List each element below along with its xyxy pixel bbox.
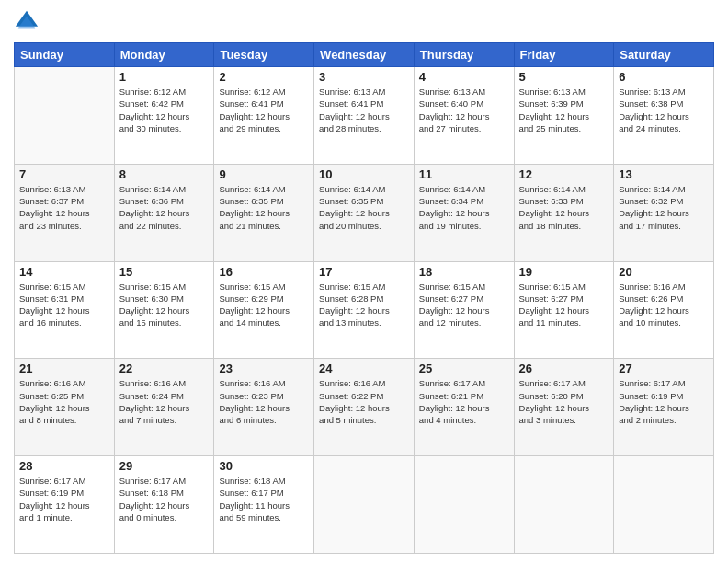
day-cell: 15Sunrise: 6:15 AM Sunset: 6:30 PM Dayli… xyxy=(114,261,214,359)
day-number: 7 xyxy=(19,167,109,181)
day-info: Sunrise: 6:17 AM Sunset: 6:18 PM Dayligh… xyxy=(119,475,210,523)
day-info: Sunrise: 6:16 AM Sunset: 6:25 PM Dayligh… xyxy=(19,377,109,426)
day-number: 11 xyxy=(419,167,509,181)
day-cell: 26Sunrise: 6:17 AM Sunset: 6:20 PM Dayli… xyxy=(514,359,614,456)
day-info: Sunrise: 6:17 AM Sunset: 6:21 PM Dayligh… xyxy=(419,377,509,426)
day-number: 29 xyxy=(119,459,210,473)
day-cell: 14Sunrise: 6:15 AM Sunset: 6:31 PM Dayli… xyxy=(15,261,115,359)
day-cell: 20Sunrise: 6:16 AM Sunset: 6:26 PM Dayli… xyxy=(614,261,714,359)
day-info: Sunrise: 6:16 AM Sunset: 6:24 PM Dayligh… xyxy=(119,377,210,426)
day-number: 22 xyxy=(119,362,210,375)
weekday-header-thursday: Thursday xyxy=(414,43,514,67)
day-info: Sunrise: 6:14 AM Sunset: 6:34 PM Dayligh… xyxy=(419,183,509,232)
weekday-header-saturday: Saturday xyxy=(614,43,714,67)
day-number: 18 xyxy=(419,265,509,279)
day-info: Sunrise: 6:15 AM Sunset: 6:27 PM Dayligh… xyxy=(419,281,509,329)
day-info: Sunrise: 6:12 AM Sunset: 6:42 PM Dayligh… xyxy=(119,86,210,134)
day-info: Sunrise: 6:14 AM Sunset: 6:32 PM Dayligh… xyxy=(619,183,709,232)
day-cell: 28Sunrise: 6:17 AM Sunset: 6:19 PM Dayli… xyxy=(15,456,115,554)
day-number: 15 xyxy=(119,265,210,279)
day-cell: 17Sunrise: 6:15 AM Sunset: 6:28 PM Dayli… xyxy=(314,261,415,359)
day-cell: 10Sunrise: 6:14 AM Sunset: 6:35 PM Dayli… xyxy=(314,164,415,261)
week-row-3: 14Sunrise: 6:15 AM Sunset: 6:31 PM Dayli… xyxy=(15,261,714,359)
week-row-2: 7Sunrise: 6:13 AM Sunset: 6:37 PM Daylig… xyxy=(15,164,714,261)
day-info: Sunrise: 6:13 AM Sunset: 6:41 PM Dayligh… xyxy=(319,86,409,134)
day-info: Sunrise: 6:17 AM Sunset: 6:19 PM Dayligh… xyxy=(619,377,709,426)
day-cell: 7Sunrise: 6:13 AM Sunset: 6:37 PM Daylig… xyxy=(15,164,115,261)
day-info: Sunrise: 6:15 AM Sunset: 6:28 PM Dayligh… xyxy=(319,281,409,329)
logo xyxy=(14,9,43,35)
day-number: 2 xyxy=(219,70,309,84)
day-cell: 18Sunrise: 6:15 AM Sunset: 6:27 PM Dayli… xyxy=(414,261,514,359)
day-cell xyxy=(414,456,514,554)
day-info: Sunrise: 6:15 AM Sunset: 6:27 PM Dayligh… xyxy=(519,281,609,329)
day-cell: 16Sunrise: 6:15 AM Sunset: 6:29 PM Dayli… xyxy=(214,261,314,359)
day-info: Sunrise: 6:16 AM Sunset: 6:23 PM Dayligh… xyxy=(219,377,309,426)
day-number: 14 xyxy=(19,265,109,279)
day-cell: 4Sunrise: 6:13 AM Sunset: 6:40 PM Daylig… xyxy=(414,67,514,165)
day-number: 25 xyxy=(419,362,509,375)
day-number: 12 xyxy=(519,167,609,181)
week-row-1: 1Sunrise: 6:12 AM Sunset: 6:42 PM Daylig… xyxy=(15,67,714,165)
day-number: 10 xyxy=(319,167,409,181)
day-cell: 23Sunrise: 6:16 AM Sunset: 6:23 PM Dayli… xyxy=(214,359,314,456)
header xyxy=(14,9,714,35)
day-number: 1 xyxy=(119,70,210,84)
day-cell: 3Sunrise: 6:13 AM Sunset: 6:41 PM Daylig… xyxy=(314,67,415,165)
day-cell: 5Sunrise: 6:13 AM Sunset: 6:39 PM Daylig… xyxy=(514,67,614,165)
day-number: 6 xyxy=(619,70,709,84)
day-info: Sunrise: 6:13 AM Sunset: 6:39 PM Dayligh… xyxy=(519,86,609,134)
day-number: 21 xyxy=(19,362,109,375)
day-info: Sunrise: 6:13 AM Sunset: 6:40 PM Dayligh… xyxy=(419,86,509,134)
day-info: Sunrise: 6:14 AM Sunset: 6:33 PM Dayligh… xyxy=(519,183,609,232)
calendar: SundayMondayTuesdayWednesdayThursdayFrid… xyxy=(14,42,714,554)
day-info: Sunrise: 6:14 AM Sunset: 6:35 PM Dayligh… xyxy=(319,183,409,232)
day-cell: 25Sunrise: 6:17 AM Sunset: 6:21 PM Dayli… xyxy=(414,359,514,456)
day-info: Sunrise: 6:15 AM Sunset: 6:31 PM Dayligh… xyxy=(19,281,109,329)
day-cell: 30Sunrise: 6:18 AM Sunset: 6:17 PM Dayli… xyxy=(214,456,314,554)
day-cell xyxy=(314,456,415,554)
weekday-header-row: SundayMondayTuesdayWednesdayThursdayFrid… xyxy=(15,43,714,67)
day-info: Sunrise: 6:13 AM Sunset: 6:37 PM Dayligh… xyxy=(19,183,109,232)
day-number: 19 xyxy=(519,265,609,279)
day-info: Sunrise: 6:15 AM Sunset: 6:29 PM Dayligh… xyxy=(219,281,309,329)
day-number: 23 xyxy=(219,362,309,375)
day-cell: 12Sunrise: 6:14 AM Sunset: 6:33 PM Dayli… xyxy=(514,164,614,261)
day-number: 3 xyxy=(319,70,409,84)
day-info: Sunrise: 6:16 AM Sunset: 6:26 PM Dayligh… xyxy=(619,281,709,329)
day-cell: 19Sunrise: 6:15 AM Sunset: 6:27 PM Dayli… xyxy=(514,261,614,359)
day-info: Sunrise: 6:14 AM Sunset: 6:35 PM Dayligh… xyxy=(219,183,309,232)
day-number: 4 xyxy=(419,70,509,84)
day-number: 20 xyxy=(619,265,709,279)
day-cell xyxy=(614,456,714,554)
weekday-header-monday: Monday xyxy=(114,43,214,67)
day-cell: 29Sunrise: 6:17 AM Sunset: 6:18 PM Dayli… xyxy=(114,456,214,554)
day-number: 8 xyxy=(119,167,210,181)
day-cell: 6Sunrise: 6:13 AM Sunset: 6:38 PM Daylig… xyxy=(614,67,714,165)
day-info: Sunrise: 6:18 AM Sunset: 6:17 PM Dayligh… xyxy=(219,475,309,523)
day-number: 27 xyxy=(619,362,709,375)
day-cell: 22Sunrise: 6:16 AM Sunset: 6:24 PM Dayli… xyxy=(114,359,214,456)
day-number: 9 xyxy=(219,167,309,181)
weekday-header-tuesday: Tuesday xyxy=(214,43,314,67)
day-cell: 11Sunrise: 6:14 AM Sunset: 6:34 PM Dayli… xyxy=(414,164,514,261)
day-number: 30 xyxy=(219,459,309,473)
day-cell xyxy=(514,456,614,554)
day-cell: 2Sunrise: 6:12 AM Sunset: 6:41 PM Daylig… xyxy=(214,67,314,165)
day-cell: 9Sunrise: 6:14 AM Sunset: 6:35 PM Daylig… xyxy=(214,164,314,261)
weekday-header-sunday: Sunday xyxy=(15,43,115,67)
day-cell: 21Sunrise: 6:16 AM Sunset: 6:25 PM Dayli… xyxy=(15,359,115,456)
day-cell: 1Sunrise: 6:12 AM Sunset: 6:42 PM Daylig… xyxy=(114,67,214,165)
day-number: 26 xyxy=(519,362,609,375)
day-info: Sunrise: 6:14 AM Sunset: 6:36 PM Dayligh… xyxy=(119,183,210,232)
day-number: 16 xyxy=(219,265,309,279)
day-cell: 8Sunrise: 6:14 AM Sunset: 6:36 PM Daylig… xyxy=(114,164,214,261)
day-number: 24 xyxy=(319,362,409,375)
day-info: Sunrise: 6:17 AM Sunset: 6:19 PM Dayligh… xyxy=(19,475,109,523)
day-cell: 13Sunrise: 6:14 AM Sunset: 6:32 PM Dayli… xyxy=(614,164,714,261)
day-number: 17 xyxy=(319,265,409,279)
page: SundayMondayTuesdayWednesdayThursdayFrid… xyxy=(0,0,728,563)
day-number: 28 xyxy=(19,459,109,473)
weekday-header-wednesday: Wednesday xyxy=(314,43,415,67)
day-number: 13 xyxy=(619,167,709,181)
